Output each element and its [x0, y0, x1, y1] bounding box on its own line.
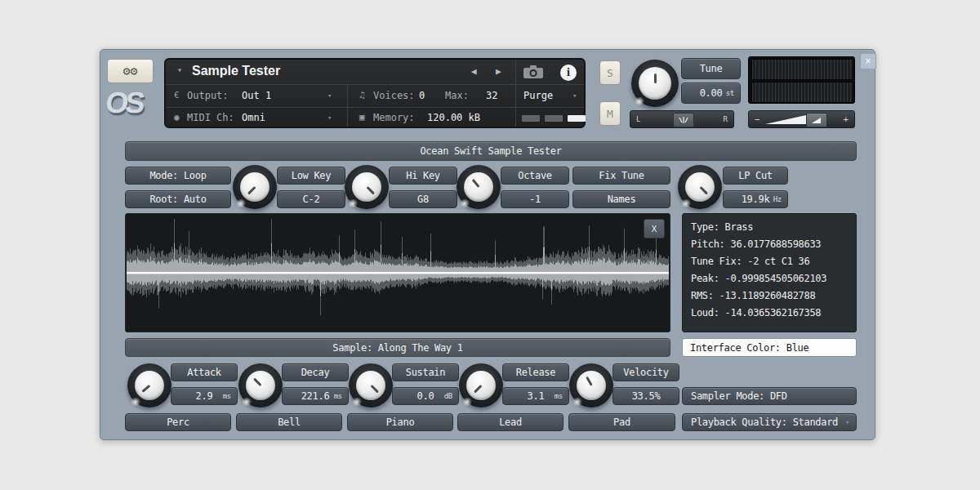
purge-meter-segment	[545, 115, 563, 122]
pan-right-label: R	[724, 115, 728, 123]
attack-knob[interactable]	[127, 363, 172, 408]
hi-key-label: Hi Key	[389, 167, 457, 185]
octave-value[interactable]: -1	[501, 190, 569, 208]
mute-button[interactable]: M	[599, 101, 621, 126]
info-line-rms: RMS: -13.1189260482788	[691, 287, 848, 305]
low-key-label: Low Key	[277, 167, 345, 185]
midi-icon: ◉	[174, 112, 180, 122]
output-icon: €	[174, 90, 180, 100]
pan-center-icon	[679, 116, 688, 124]
memory-icon: ▣	[359, 112, 365, 122]
volume-wedge	[765, 114, 806, 124]
purge-dropdown-icon[interactable]: ▾	[572, 91, 577, 100]
instrument-title: Sample Tester	[192, 64, 280, 78]
fix-tune-button[interactable]: Fix Tune	[572, 167, 670, 185]
knob-cap	[639, 67, 671, 100]
sustain-unit: dB	[444, 392, 452, 400]
info-line-peak: Peak: -0.999854505062103	[691, 270, 848, 287]
pan-left-label: L	[636, 115, 640, 123]
output-value[interactable]: Out 1	[242, 90, 271, 101]
level-meter-right	[751, 82, 853, 103]
kontakt-header: ▾ Sample Tester ◀ ▶ i € Output: Out 1 ▾ …	[164, 58, 586, 128]
max-voices-value[interactable]: 32	[486, 90, 497, 101]
playback-quality-dropdown[interactable]: Playback Quality: Standard ▾	[682, 413, 857, 431]
instrument-collapse-icon[interactable]: ▾	[177, 65, 182, 74]
mode-button[interactable]: Mode: Loop	[125, 167, 231, 185]
volume-wedge-icon	[812, 117, 822, 124]
preset-pad-button[interactable]: Pad	[568, 413, 675, 431]
output-dropdown-icon[interactable]: ▾	[327, 91, 332, 100]
prev-instrument-arrow[interactable]: ◀	[471, 66, 477, 77]
purge-meter-segment	[522, 115, 540, 122]
instrument-banner: Ocean Swift Sample Tester	[125, 141, 857, 161]
release-value[interactable]: 3.1 ms	[502, 387, 569, 405]
playback-quality-dropdown-icon: ▾	[845, 418, 849, 426]
lp-cut-value[interactable]: 19.9k Hz	[723, 190, 788, 208]
sustain-knob[interactable]	[349, 363, 393, 408]
interface-color-selector[interactable]: Interface Color: Blue	[682, 338, 857, 357]
knob-shine	[634, 97, 645, 105]
preset-lead-button[interactable]: Lead	[457, 413, 564, 431]
release-knob[interactable]	[459, 363, 503, 408]
tune-label: Tune	[681, 58, 741, 79]
pan-slider[interactable]: L R	[630, 110, 734, 128]
edit-instrument-button[interactable]: ⚙⚙	[107, 59, 154, 83]
volume-handle[interactable]	[806, 113, 827, 127]
midi-dropdown-icon[interactable]: ▾	[327, 114, 332, 122]
sustain-value[interactable]: 0.0 dB	[392, 387, 459, 405]
sampler-mode-button[interactable]: Sampler Mode: DFD	[682, 387, 857, 405]
preset-piano-button[interactable]: Piano	[347, 413, 453, 431]
decay-value[interactable]: 221.6 ms	[282, 387, 349, 405]
sample-name-bar[interactable]: Sample: Along The Way 1	[125, 338, 670, 357]
memory-value: 120.00 kB	[427, 112, 480, 123]
hi-key-value[interactable]: G8	[389, 190, 457, 208]
gears-icon: ⚙⚙	[122, 64, 137, 78]
hi-key-knob[interactable]	[345, 165, 389, 209]
waveform-canvas	[127, 215, 669, 331]
info-icon[interactable]: i	[560, 65, 577, 81]
attack-label: Attack	[171, 363, 238, 381]
decay-knob[interactable]	[238, 363, 283, 408]
volume-minus-label[interactable]: −	[755, 114, 760, 125]
velocity-value[interactable]: 33.5%	[612, 387, 679, 405]
instrument-panel: ⚙⚙ OS ▾ Sample Tester ◀ ▶ i € Output: Ou…	[100, 49, 875, 440]
tune-unit: st	[726, 89, 734, 97]
attack-unit: ms	[223, 392, 231, 400]
octave-label: Octave	[501, 167, 569, 185]
snapshot-camera-icon[interactable]	[523, 65, 544, 82]
root-button[interactable]: Root: Auto	[125, 190, 231, 208]
pan-handle[interactable]	[673, 113, 694, 127]
sample-info-panel: Type: Brass Pitch: 36.0177688598633 Tune…	[682, 213, 857, 332]
low-key-value[interactable]: C-2	[277, 190, 345, 208]
release-unit: ms	[555, 392, 563, 400]
decay-unit: ms	[334, 392, 342, 400]
volume-plus-label[interactable]: +	[843, 114, 849, 125]
attack-value[interactable]: 2.9 ms	[171, 387, 238, 405]
lp-cut-label: LP Cut	[723, 167, 788, 185]
voices-label: Voices:	[373, 90, 415, 101]
names-button[interactable]: Names	[572, 190, 670, 208]
decay-label: Decay	[282, 363, 349, 381]
next-instrument-arrow[interactable]: ▶	[496, 66, 501, 77]
knob-pointer	[654, 74, 657, 83]
voices-value: 0	[419, 90, 425, 101]
close-button[interactable]: ×	[860, 53, 876, 69]
volume-slider[interactable]: − +	[748, 110, 855, 128]
info-line-type: Type: Brass	[691, 219, 848, 236]
solo-button[interactable]: S	[599, 60, 621, 85]
midi-value[interactable]: Omni	[242, 112, 265, 123]
lp-cut-knob[interactable]	[678, 165, 722, 209]
preset-perc-button[interactable]: Perc	[125, 413, 231, 431]
lp-cut-unit: Hz	[773, 195, 782, 203]
velocity-knob[interactable]	[569, 363, 613, 408]
low-key-knob[interactable]	[233, 165, 277, 209]
octave-knob[interactable]	[457, 165, 501, 209]
velocity-label: Velocity	[612, 363, 679, 381]
purge-button[interactable]: Purge	[523, 90, 553, 101]
tune-knob[interactable]	[631, 60, 679, 107]
tune-value[interactable]: 0.00 st	[681, 82, 741, 104]
waveform-close-button[interactable]: X	[644, 219, 665, 238]
preset-bell-button[interactable]: Bell	[236, 413, 342, 431]
waveform-display: X	[125, 213, 670, 332]
purge-meter-segment	[568, 115, 586, 122]
